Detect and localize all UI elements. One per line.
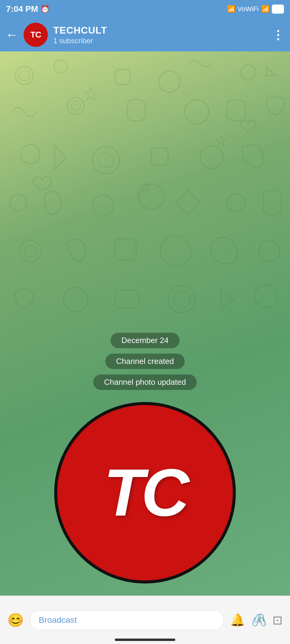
- status-time-area: 7:04 PM ⏰: [6, 4, 50, 14]
- channel-photo-updated-pill: Channel photo updated: [93, 374, 197, 390]
- emoji-button[interactable]: 😊: [7, 612, 24, 628]
- attach-button[interactable]: 🖇️: [251, 613, 266, 627]
- message-input-wrap[interactable]: Broadcast: [30, 610, 224, 630]
- chat-content: December 24 Channel created Channel phot…: [0, 51, 290, 596]
- wifi-symbol: 📶: [261, 5, 269, 13]
- input-bar: 😊 Broadcast 🔔 🖇️ ⊡: [0, 596, 290, 644]
- chat-background: December 24 Channel created Channel phot…: [0, 51, 290, 596]
- channel-avatar[interactable]: TC: [24, 23, 48, 47]
- channel-logo-text: TC: [104, 459, 186, 526]
- channel-name: TECHCULT: [53, 25, 266, 36]
- alarm-icon: ⏰: [41, 5, 50, 13]
- battery-icon: 68: [272, 5, 284, 14]
- broadcast-input[interactable]: Broadcast: [39, 615, 77, 625]
- notification-button[interactable]: 🔔: [230, 613, 245, 627]
- status-icons-area: 📶 VoWiFi 📶 68: [227, 5, 284, 14]
- avatar-text: TC: [30, 30, 41, 40]
- channel-logo-inner: TC: [57, 405, 233, 580]
- subscriber-count: 1 subscriber: [53, 37, 266, 45]
- back-button[interactable]: ←: [5, 28, 18, 41]
- date-pill: December 24: [110, 333, 180, 348]
- channel-info[interactable]: TECHCULT 1 subscriber: [53, 25, 266, 45]
- wifi-icon: VoWiFi: [238, 5, 259, 13]
- time-display: 7:04 PM: [6, 4, 38, 14]
- status-bar: 7:04 PM ⏰ 📶 VoWiFi 📶 68: [0, 0, 290, 18]
- nav-bar: ← TC TECHCULT 1 subscriber ⋮: [0, 18, 290, 51]
- system-messages: December 24 Channel created Channel phot…: [93, 333, 197, 390]
- camera-button[interactable]: ⊡: [272, 613, 283, 627]
- more-options-button[interactable]: ⋮: [272, 28, 285, 42]
- home-indicator: [115, 639, 175, 641]
- channel-created-pill: Channel created: [105, 354, 185, 369]
- signal-icon: 📶: [227, 5, 235, 13]
- channel-logo-big: TC: [54, 402, 236, 584]
